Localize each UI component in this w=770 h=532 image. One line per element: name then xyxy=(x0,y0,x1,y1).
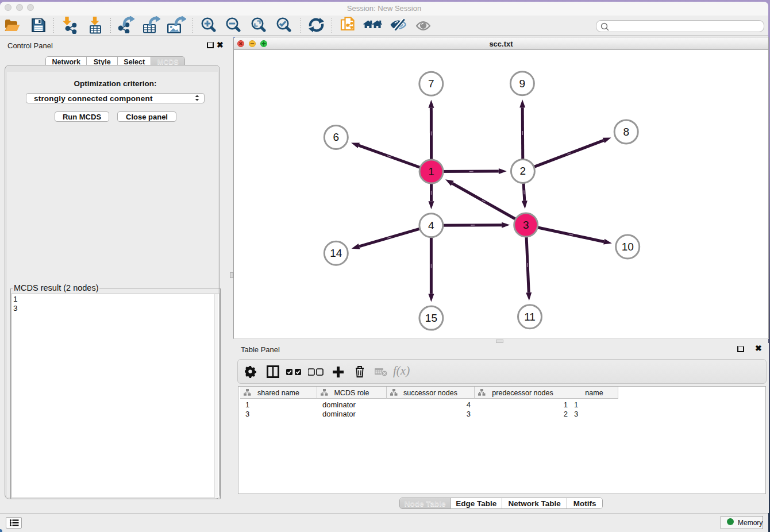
svg-text:1: 1 xyxy=(428,165,434,178)
svg-text:7: 7 xyxy=(428,78,434,90)
svg-text:3: 3 xyxy=(523,219,529,231)
svg-text:8: 8 xyxy=(623,126,629,138)
svg-text:2: 2 xyxy=(520,165,526,177)
svg-text:9: 9 xyxy=(519,78,526,90)
svg-text:4: 4 xyxy=(428,219,434,232)
svg-text:10: 10 xyxy=(622,241,634,253)
svg-text:6: 6 xyxy=(333,131,340,143)
svg-text:11: 11 xyxy=(524,311,536,323)
svg-text:15: 15 xyxy=(425,312,437,324)
svg-text:14: 14 xyxy=(330,247,342,259)
svg-text:f(x): f(x) xyxy=(393,365,410,377)
